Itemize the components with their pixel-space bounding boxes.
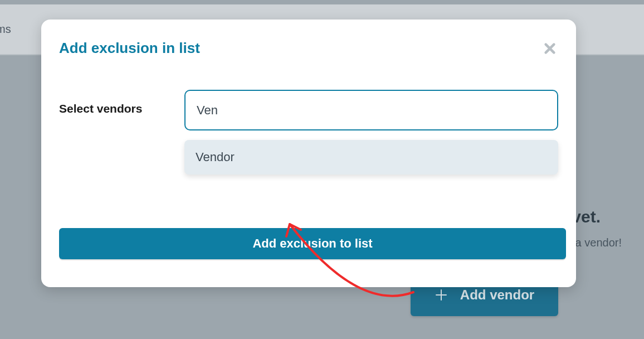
select-vendors-label: Select vendors: [59, 90, 184, 115]
vendor-dropdown-option[interactable]: Vendor: [184, 140, 558, 175]
vendor-form-row: Select vendors Vendor: [59, 90, 558, 130]
vendor-input[interactable]: [184, 90, 558, 130]
add-exclusion-button[interactable]: Add exclusion to list: [59, 228, 566, 259]
add-vendor-label: Add vendor: [460, 287, 534, 303]
add-exclusion-modal: Add exclusion in list Select vendors Ven…: [41, 20, 576, 287]
modal-title: Add exclusion in list: [59, 40, 200, 57]
nav-item-fragment: ems: [0, 23, 11, 36]
close-icon: [544, 42, 556, 55]
vendor-input-wrap: Vendor: [184, 90, 558, 130]
plus-icon: [435, 288, 448, 302]
close-button[interactable]: [541, 40, 558, 60]
modal-header: Add exclusion in list: [59, 40, 558, 60]
